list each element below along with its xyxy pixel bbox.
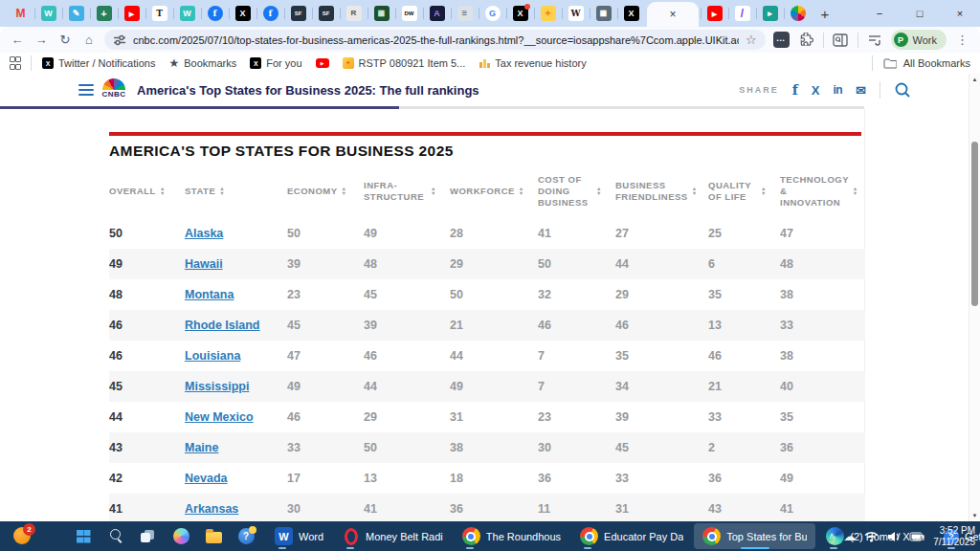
calculator-tab[interactable]: ▦ [590,0,617,27]
chrome-educator-taskbar-button[interactable]: Educator Pay Da [571,523,692,549]
state-link[interactable]: Arkansas [185,502,238,516]
pen-app-tab[interactable]: / [728,0,756,27]
facebook-share-icon[interactable]: f [792,82,798,98]
bookmark-item[interactable]: ▶ [309,58,336,68]
column-header[interactable]: OVERALL▲▼ [109,165,185,218]
printer-tab[interactable]: ≡ [451,0,479,27]
chrome-top-states-taskbar-button[interactable]: Top States for Bu [694,523,815,549]
column-header[interactable]: STATE▲▼ [185,165,287,218]
state-link[interactable]: Hawaii [185,257,223,271]
start-button[interactable] [67,521,100,551]
opera-taskbar-button[interactable]: Money Belt Radi [334,523,452,549]
chrome-roundhouse-taskbar-button[interactable]: The Roundhous [454,523,569,549]
x-tab[interactable]: X [229,0,256,27]
tray-chevron-icon[interactable]: ∧ [829,532,835,540]
battery-icon[interactable] [909,531,924,542]
address-bar[interactable]: cnbc.com/2025/07/10/top-states-for-busin… [104,30,766,50]
forward-button[interactable]: → [30,29,53,52]
page-scrollbar[interactable]: ▲ ▼ [969,74,980,521]
editor-app-tab[interactable]: ✎ [62,0,90,27]
newsprint-tab[interactable]: R [340,0,368,27]
close-button[interactable]: × [940,0,980,27]
nyt-tab[interactable]: T [145,0,173,27]
green-ledger-tab[interactable]: ▦ [368,0,395,27]
cnbc-logo[interactable]: CNBC [99,78,129,99]
x-tab-2[interactable]: X [617,0,645,27]
file-explorer-button[interactable] [197,521,230,551]
state-link[interactable]: Nevada [185,472,227,485]
back-button[interactable]: ← [6,29,29,52]
sun-star-tab[interactable]: ✦ [534,0,562,27]
search-icon[interactable] [894,81,911,99]
password-extension-icon[interactable] [769,30,793,51]
bookmark-item[interactable]: ✦RSTP 080921 Item 5... [336,57,473,69]
dark-media-tab[interactable]: A [423,0,451,27]
task-view-button[interactable] [132,521,165,551]
menu-kebab-icon[interactable]: ⋮ [950,33,974,47]
state-link[interactable]: New Mexico [185,410,254,424]
email-share-icon[interactable]: ✉ [856,83,866,98]
dw-tab[interactable]: DW [395,0,423,27]
side-panel-search-icon[interactable] [829,30,853,51]
state-link[interactable]: Rhode Island [185,319,259,332]
column-header[interactable]: QUALITY OF LIFE▲▼ [708,165,780,218]
close-tab-icon[interactable]: × [669,8,676,21]
copilot-button[interactable] [165,521,197,551]
facebook-tab[interactable]: f [201,0,229,27]
all-bookmarks-button[interactable]: All Bookmarks [868,55,970,71]
bookmark-star-icon[interactable]: ☆ [746,33,757,47]
facebook-tab-2[interactable]: f [256,0,284,27]
bookmark-item[interactable]: Tax revenue history [472,57,592,69]
site-info-icon[interactable] [113,33,126,47]
word-online-tab[interactable]: W [34,0,62,27]
column-header[interactable]: COST OF DOING BUSINESS▲▼ [538,165,615,218]
linkedin-share-icon[interactable]: in [833,83,842,97]
state-link[interactable]: Louisiana [185,349,240,363]
state-link[interactable]: Mississippi [185,380,249,393]
word-online-tab-2[interactable]: W [173,0,201,27]
clock[interactable]: 3:52 PM 7/11/2025 [933,525,975,547]
column-header[interactable]: INFRA-STRUCTURE▲▼ [364,165,450,218]
url-text[interactable]: cnbc.com/2025/07/10/top-states-for-busin… [133,34,739,46]
youtube-tab[interactable]: ▶ [118,0,145,27]
extensions-icon[interactable] [794,30,818,51]
gmail-tab[interactable]: M [7,0,34,27]
onedrive-cloud-icon[interactable]: ☁ [843,530,856,542]
wikipedia-tab[interactable]: W [562,0,590,27]
word-taskbar-button[interactable]: Word [266,523,332,549]
new-tab-button[interactable]: + [812,6,838,22]
home-button[interactable]: ⌂ [78,29,100,52]
profile-chip[interactable]: P Work [891,30,947,50]
scroll-down-arrow[interactable]: ▼ [969,513,980,518]
minimize-button[interactable]: − [859,0,900,27]
search-button[interactable] [100,521,132,551]
santafe-nm-tab-2[interactable]: SF [312,0,340,27]
maximize-button[interactable]: □ [900,0,940,27]
x-share-icon[interactable]: X [812,83,820,98]
bookmark-item[interactable]: ★Bookmarks [162,56,243,70]
reload-button[interactable]: ↻ [54,29,77,52]
menu-hamburger-icon[interactable] [78,84,94,99]
google-tab[interactable]: G [479,0,506,27]
top-states-active-tab[interactable]: × [647,2,699,27]
column-header[interactable]: BUSINESS FRIENDLINESS▲▼ [615,165,708,218]
help-orb-button[interactable] [230,521,262,551]
teal-app-tab[interactable]: ▸ [756,0,784,27]
column-header[interactable]: ECONOMY▲▼ [287,165,364,218]
state-link[interactable]: Maine [185,441,218,454]
scrollbar-thumb[interactable] [971,142,978,306]
scroll-up-arrow[interactable]: ▲ [969,77,980,82]
x-notifications-tab[interactable]: X [506,0,534,27]
volume-icon[interactable] [887,531,901,542]
column-header[interactable]: WORKFORCE▲▼ [450,165,538,218]
apps-grid-icon[interactable] [10,56,19,70]
reading-list-icon[interactable] [863,30,887,51]
state-link[interactable]: Montana [185,288,234,301]
bookmark-item[interactable]: XTwitter / Notifications [35,57,162,69]
green-plus-tab[interactable]: + [90,0,118,27]
wifi-icon[interactable] [864,531,879,542]
column-header[interactable]: TECHNOLOGY & INNOVATION▲▼ [780,165,865,218]
santafe-nm-tab[interactable]: SF [284,0,312,27]
youtube-tab-2[interactable]: ▶ [701,0,728,27]
state-link[interactable]: Alaska [185,227,223,240]
